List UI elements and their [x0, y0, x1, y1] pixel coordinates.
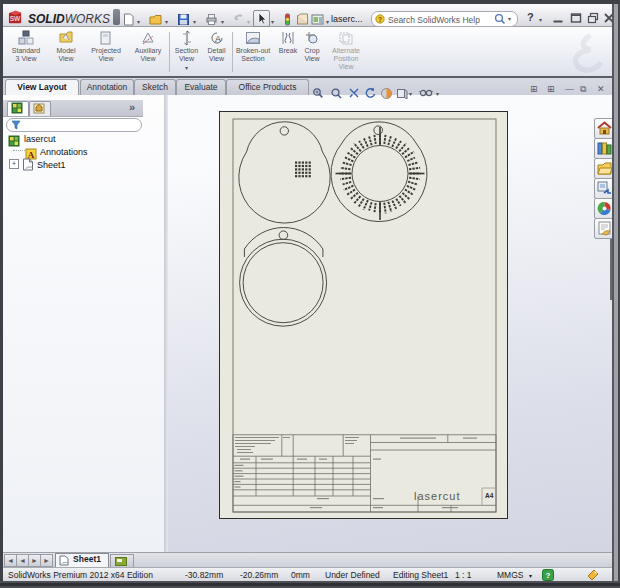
- svg-text:lasercut: lasercut: [414, 490, 461, 502]
- svg-text:A: A: [214, 34, 220, 44]
- svg-text:A4: A4: [485, 492, 494, 499]
- svg-text:SW: SW: [10, 15, 21, 22]
- svg-text:?: ?: [546, 571, 551, 580]
- svg-text:?: ?: [378, 16, 382, 23]
